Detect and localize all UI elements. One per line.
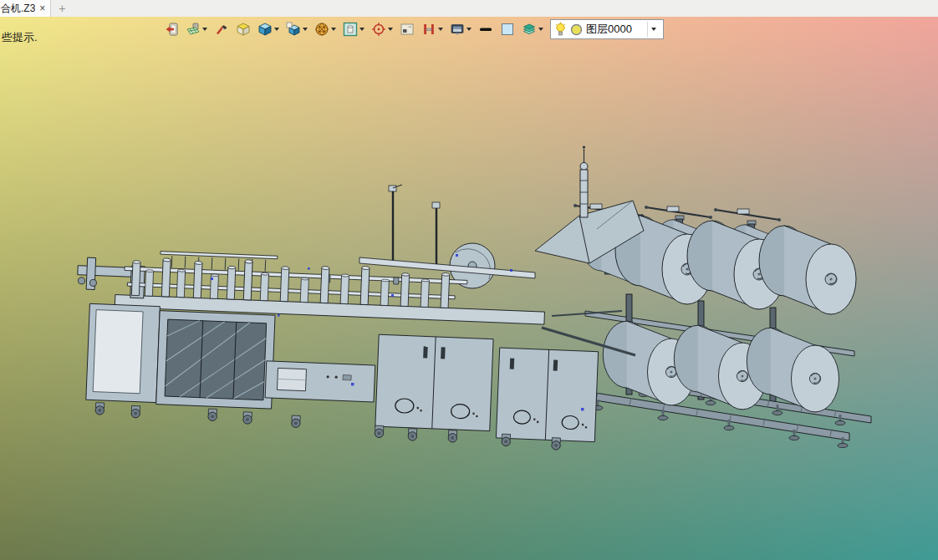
appearance-icon [186,22,201,37]
dropdown-arrow[interactable] [438,28,443,31]
color-swatch-icon [500,22,515,37]
tab-bar: 合机.Z3 × + [0,0,938,18]
shaded-cube-icon [257,22,273,37]
repaint-button[interactable] [214,22,229,37]
shaded-display-button[interactable] [257,22,279,37]
tab-title: 合机.Z3 [1,2,35,16]
da-toolbar: 图层0000 [164,19,664,39]
scene-canvas[interactable] [0,17,938,560]
wireframe-display-button[interactable] [314,22,336,37]
rotate-view-button[interactable] [371,22,393,37]
dropdown-arrow[interactable] [202,28,207,31]
align-view-button[interactable] [421,22,443,37]
thick-line-icon [478,22,493,37]
red-h-icon [421,22,436,37]
wireframe-sphere-icon [314,22,329,37]
lightbulb-icon[interactable] [554,22,567,37]
app-window: 合机.Z3 × + [0,0,938,560]
color-swatch-button[interactable] [500,22,515,37]
exit-button[interactable] [164,22,179,37]
dropdown-arrow[interactable] [388,28,393,31]
dropdown-arrow[interactable] [466,28,472,31]
layer-selector-value: 图层0000 [586,22,644,37]
dropdown-arrow[interactable] [359,28,364,31]
dropdown-arrow[interactable] [303,28,308,31]
dropdown-arrow[interactable] [331,28,336,31]
zoom-window-icon [400,22,415,37]
shaded-edges-cube-icon [286,22,301,37]
isometric-box-icon [236,22,251,37]
layer-selector-arrow[interactable] [647,22,660,37]
shaded-edges-button[interactable] [286,22,308,37]
dropdown-arrow[interactable] [274,28,279,31]
exit-icon [164,22,179,37]
tab-close-button[interactable]: × [39,3,45,13]
brush-icon [214,22,229,37]
tab-active[interactable]: 合机.Z3 × [0,0,51,17]
layer-selector[interactable]: 图层0000 [550,19,664,39]
hint-text: 些提示. [2,30,38,45]
background-display-button[interactable] [450,22,472,37]
zoom-window-button[interactable] [400,22,415,37]
layer-manager-button[interactable] [522,22,543,37]
new-tab-button[interactable]: + [51,0,73,17]
layers-icon [522,22,537,37]
section-view-button[interactable] [343,22,364,37]
dropdown-arrow[interactable] [538,28,543,31]
monitor-icon [450,22,465,37]
viewport-3d[interactable]: 些提示. [0,17,938,560]
render-appearance-button[interactable] [186,22,207,37]
line-width-button[interactable] [478,22,493,37]
layer-color-swatch-icon [570,23,583,36]
rotate-target-icon [371,22,386,37]
section-cylinder-icon [343,22,358,37]
isometric-view-button[interactable] [236,22,251,37]
